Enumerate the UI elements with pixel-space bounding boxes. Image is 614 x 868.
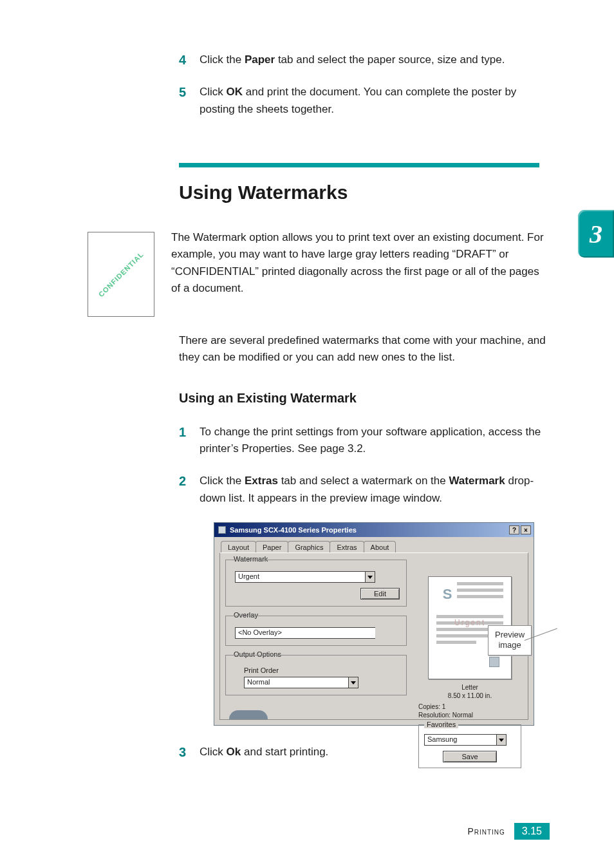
step-3-text: Click Ok and start printing. (200, 744, 328, 760)
overlay-dropdown[interactable]: <No Overlay> (235, 627, 375, 639)
print-order-dropdown[interactable]: Normal (244, 677, 348, 688)
section-rule (179, 163, 539, 167)
print-order-label: Print Order (235, 666, 400, 674)
samsung-s-icon: S (440, 586, 454, 601)
footer-page-number: 3.15 (514, 823, 550, 840)
dialog-title: Samsung SCX-4100 Series Properties (230, 526, 357, 534)
preview-corner-icon (489, 657, 499, 667)
chevron-down-icon[interactable] (496, 734, 507, 746)
preview-callout: Previewimage (488, 625, 532, 656)
paper-dimensions: 8.50 x 11.00 in. (418, 692, 521, 700)
tab-extras[interactable]: Extras (330, 541, 364, 552)
brand-footer-shape (229, 710, 268, 719)
save-button[interactable]: Save (443, 751, 496, 762)
subsection-title: Using an Existing Watermark (179, 391, 550, 406)
footer-section-name: Printing (467, 826, 505, 836)
watermark-thumbnail: CONFIDENTIAL (88, 232, 154, 317)
copies-text: Copies: 1 (418, 703, 521, 711)
edit-button[interactable]: Edit (360, 588, 400, 599)
step-number-3: 3 (179, 744, 200, 760)
help-button[interactable]: ? (509, 525, 519, 534)
step-2-text: Click the Extras tab and select a waterm… (200, 473, 550, 507)
chapter-tab: 3 (578, 210, 614, 258)
step-number-1: 1 (179, 424, 200, 440)
watermark-dropdown[interactable]: Urgent (235, 571, 365, 583)
intro-paragraph-1: The Watermark option allows you to print… (171, 229, 544, 297)
step-1-text: To change the print settings from your s… (200, 424, 550, 458)
printer-icon (218, 526, 226, 534)
output-options-group: Print Order Normal (225, 655, 407, 695)
tab-graphics[interactable]: Graphics (288, 541, 330, 552)
thumbnail-watermark-text: CONFIDENTIAL (97, 250, 145, 299)
section-title: Using Watermarks (179, 182, 550, 203)
favorites-group: Samsung Save (418, 724, 521, 768)
step-number-4: 4 (179, 52, 200, 68)
tab-about[interactable]: About (364, 541, 396, 552)
step-5-text: Click OK and print the document. You can… (200, 84, 550, 118)
tab-paper[interactable]: Paper (256, 541, 288, 552)
favorites-dropdown[interactable]: Samsung (424, 734, 496, 746)
chevron-down-icon[interactable] (365, 571, 375, 583)
overlay-group: <No Overlay> (225, 616, 407, 646)
chevron-down-icon[interactable] (348, 677, 358, 688)
watermark-group: Urgent Edit (225, 560, 407, 607)
step-number-5: 5 (179, 84, 200, 100)
step-4-text: Click the Paper tab and select the paper… (200, 52, 505, 68)
tab-layout[interactable]: Layout (221, 541, 256, 552)
close-button[interactable]: × (521, 525, 531, 534)
intro-paragraph-2: There are several predefined watermarks … (179, 332, 546, 366)
resolution-text: Resolution: Normal (418, 711, 521, 719)
properties-dialog: Samsung SCX-4100 Series Properties ? × L… (214, 522, 534, 726)
step-number-2: 2 (179, 473, 200, 489)
paper-name: Letter (418, 683, 521, 692)
